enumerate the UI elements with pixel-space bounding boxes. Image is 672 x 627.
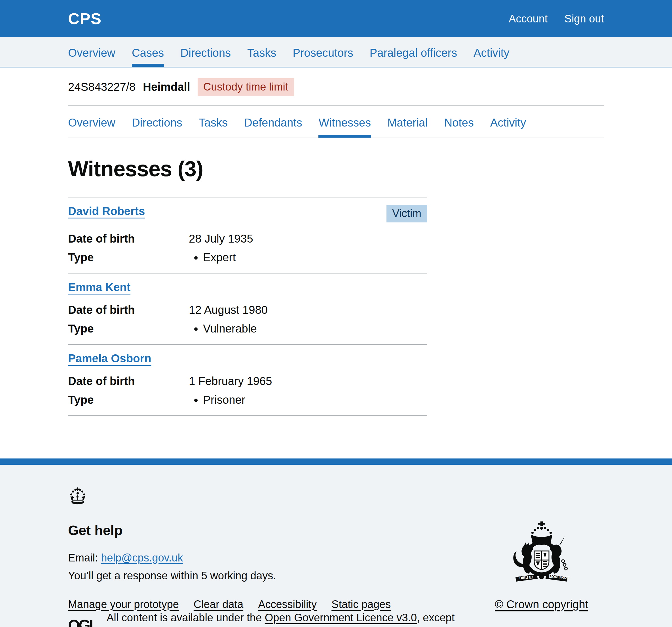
sign-out-link[interactable]: Sign out bbox=[565, 13, 604, 25]
page-title: Witnesses (3) bbox=[68, 156, 604, 181]
case-nav-item-witnesses: Witnesses bbox=[318, 108, 371, 138]
date-of-birth-value: 12 August 1980 bbox=[189, 303, 427, 316]
accessibility-link[interactable]: Accessibility bbox=[258, 598, 317, 610]
witness-type-item: Prisoner bbox=[203, 393, 427, 406]
type-label: Type bbox=[68, 251, 189, 264]
victim-tag: Victim bbox=[386, 205, 427, 223]
date-of-birth-value: 28 July 1935 bbox=[189, 232, 427, 245]
type-label: Type bbox=[68, 322, 189, 335]
case-nav-item-directions: Directions bbox=[132, 108, 182, 138]
case-nav-activity-link[interactable]: Activity bbox=[490, 108, 526, 138]
case-nav-item-overview: Overview bbox=[68, 108, 115, 138]
app-header: CPS Account Sign out bbox=[0, 0, 672, 37]
case-name: Heimdall bbox=[143, 80, 190, 93]
type-value: Prisoner bbox=[189, 393, 427, 406]
case-nav-overview-link[interactable]: Overview bbox=[68, 108, 115, 138]
static-pages-link[interactable]: Static pages bbox=[332, 598, 391, 610]
primary-nav: Overview Cases Directions Tasks Prosecut… bbox=[0, 37, 672, 68]
footer-heading: Get help bbox=[68, 522, 479, 538]
case-banner: 24S843227/8 Heimdall Custody time limit bbox=[68, 78, 604, 96]
primary-nav-prosecutors-link[interactable]: Prosecutors bbox=[293, 37, 353, 67]
footer: Get help Email: help@cps.gov.uk You’ll g… bbox=[0, 459, 672, 627]
crown-icon bbox=[68, 487, 87, 505]
primary-nav-cases-link[interactable]: Cases bbox=[132, 37, 164, 67]
app-logo[interactable]: CPS bbox=[68, 9, 101, 28]
ogl-logo: OGL bbox=[68, 617, 97, 627]
case-nav-tasks-link[interactable]: Tasks bbox=[199, 108, 228, 138]
date-of-birth-label: Date of birth bbox=[68, 303, 189, 316]
primary-nav-item-activity: Activity bbox=[474, 37, 509, 67]
primary-nav-activity-link[interactable]: Activity bbox=[474, 37, 509, 67]
case-banner-divider bbox=[68, 105, 604, 106]
primary-nav-item-cases: Cases bbox=[132, 37, 164, 67]
case-nav-item-defendants: Defendants bbox=[244, 108, 302, 138]
case-nav-item-material: Material bbox=[387, 108, 428, 138]
type-value: Expert bbox=[189, 251, 427, 264]
licence-row: OGL All content is available under the O… bbox=[68, 610, 479, 627]
primary-nav-item-overview: Overview bbox=[68, 37, 115, 67]
primary-nav-item-directions: Directions bbox=[180, 37, 231, 67]
date-of-birth-label: Date of birth bbox=[68, 232, 189, 245]
witness-type-item: Vulnerable bbox=[203, 322, 427, 335]
witness-name-link[interactable]: David Roberts bbox=[68, 205, 145, 217]
email-link[interactable]: help@cps.gov.uk bbox=[101, 552, 183, 564]
header-links: Account Sign out bbox=[495, 12, 604, 25]
primary-nav-tasks-link[interactable]: Tasks bbox=[247, 37, 276, 67]
primary-nav-item-tasks: Tasks bbox=[247, 37, 276, 67]
witness-type-item: Expert bbox=[203, 251, 427, 264]
case-nav-item-tasks: Tasks bbox=[199, 108, 228, 138]
account-link[interactable]: Account bbox=[509, 13, 548, 25]
witness-card: Emma Kent Date of birth 12 August 1980 T… bbox=[68, 274, 427, 345]
case-nav: Overview Directions Tasks Defendants Wit… bbox=[68, 108, 604, 138]
case-nav-item-activity: Activity bbox=[490, 108, 526, 138]
witness-name-link[interactable]: Emma Kent bbox=[68, 281, 130, 293]
primary-nav-paralegal-officers-link[interactable]: Paralegal officers bbox=[370, 37, 457, 67]
open-government-licence-link[interactable]: Open Government Licence v3.0 bbox=[265, 612, 417, 624]
date-of-birth-value: 1 February 1965 bbox=[189, 374, 427, 388]
type-value: Vulnerable bbox=[189, 322, 427, 335]
custody-time-limit-tag: Custody time limit bbox=[198, 78, 294, 96]
case-reference: 24S843227/8 bbox=[68, 80, 136, 93]
response-text: You’ll get a response within 5 working d… bbox=[68, 568, 479, 583]
main-content: 24S843227/8 Heimdall Custody time limit … bbox=[68, 68, 604, 416]
primary-nav-directions-link[interactable]: Directions bbox=[180, 37, 231, 67]
case-nav-material-link[interactable]: Material bbox=[387, 108, 428, 138]
case-nav-notes-link[interactable]: Notes bbox=[444, 108, 474, 138]
email-label: Email: bbox=[68, 552, 101, 564]
email-row: Email: help@cps.gov.uk bbox=[68, 551, 479, 565]
type-label: Type bbox=[68, 393, 189, 406]
primary-nav-item-prosecutors: Prosecutors bbox=[293, 37, 353, 67]
witness-card: Pamela Osborn Date of birth 1 February 1… bbox=[68, 345, 427, 416]
clear-data-link[interactable]: Clear data bbox=[194, 598, 243, 610]
footer-links: Manage your prototype Clear data Accessi… bbox=[68, 598, 479, 610]
crown-copyright-link[interactable]: © Crown copyright bbox=[495, 598, 589, 611]
case-nav-item-notes: Notes bbox=[444, 108, 474, 138]
primary-nav-overview-link[interactable]: Overview bbox=[68, 37, 115, 67]
primary-nav-item-paralegal-officers: Paralegal officers bbox=[370, 37, 457, 67]
case-nav-defendants-link[interactable]: Defendants bbox=[244, 108, 302, 138]
licence-text: All content is available under the Open … bbox=[106, 610, 479, 627]
date-of-birth-label: Date of birth bbox=[68, 374, 189, 388]
witness-name-link[interactable]: Pamela Osborn bbox=[68, 352, 151, 365]
case-nav-witnesses-link[interactable]: Witnesses bbox=[318, 108, 371, 138]
witness-card: David Roberts Victim Date of birth 28 Ju… bbox=[68, 198, 427, 274]
case-nav-directions-link[interactable]: Directions bbox=[132, 108, 182, 138]
witness-list: David Roberts Victim Date of birth 28 Ju… bbox=[68, 197, 427, 416]
manage-prototype-link[interactable]: Manage your prototype bbox=[68, 598, 179, 610]
royal-coat-of-arms: DIEU ET MON DROIT bbox=[499, 521, 584, 587]
